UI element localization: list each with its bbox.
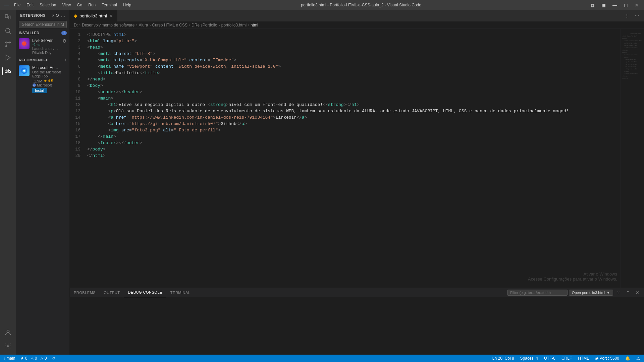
menu-view[interactable]: View xyxy=(59,2,73,8)
activity-run[interactable] xyxy=(2,52,14,64)
line-number: 13 xyxy=(70,108,80,114)
live-server-name: Live Server xyxy=(32,38,60,43)
live-reload-icon[interactable]: ↻ xyxy=(51,356,57,361)
line-number: 20 xyxy=(70,153,80,159)
code-line: <!DOCTYPE html> xyxy=(87,32,616,38)
line-number: 6 xyxy=(70,63,80,70)
panel-tabs: PROBLEMS OUTPUT DEBUG CONSOLE TERMINAL O… xyxy=(70,288,644,297)
activity-settings[interactable] xyxy=(2,340,14,352)
menu-go[interactable]: Go xyxy=(74,2,85,8)
warning-icon[interactable]: ⚠ xyxy=(635,356,641,361)
bc-alura[interactable]: Alura xyxy=(139,23,148,27)
svg-rect-8 xyxy=(5,71,7,73)
code-line: <html lang="pt-br"> xyxy=(87,38,616,44)
installed-label: INSTALLED xyxy=(19,31,39,35)
menu-help[interactable]: Help xyxy=(120,2,134,8)
install-extension-button[interactable]: Install xyxy=(32,88,47,93)
activity-search[interactable] xyxy=(2,25,14,37)
debug-console-tab[interactable]: DEBUG CONSOLE xyxy=(124,288,166,297)
minimap: <!DOCTYPE html> <html lang="pt-br"> <hea… xyxy=(621,29,644,288)
live-server-status[interactable]: ◉ Port : 5500 xyxy=(594,356,621,361)
panel-close-icon[interactable]: ✕ xyxy=(633,289,641,296)
git-branch-item[interactable]: 〈 main xyxy=(3,356,16,361)
live-server-icon: 🔴 xyxy=(19,38,30,49)
activity-source-control[interactable] xyxy=(2,38,14,50)
edge-tools-desc: Use the Microsoft Edge Tool... xyxy=(32,70,67,78)
bc-drive[interactable]: D: xyxy=(74,23,78,27)
panel-expand-icon[interactable]: ⇧ xyxy=(614,289,623,296)
live-server-extension[interactable]: 🔴 Live Server ↑1ms Launch a development … xyxy=(16,36,69,57)
line-ending-item[interactable]: CRLF xyxy=(560,356,573,361)
code-line: <a href="https://www.linkedin.com/in/dan… xyxy=(87,114,616,121)
layout-btn[interactable]: ▦ xyxy=(588,2,597,8)
window-title: portfolio3.html - Portfolio-HTML-e-CSS-a… xyxy=(301,3,421,7)
open-file-label: Open portfolio3.html xyxy=(572,291,605,295)
activity-explorer[interactable] xyxy=(2,11,14,23)
language-item[interactable]: HTML xyxy=(577,356,590,361)
problems-tab[interactable]: PROBLEMS xyxy=(70,288,100,297)
status-bar: 〈 main ✗ 0 △ 0 △ 0 ↻ Ln 20, Col 8 Spaces… xyxy=(0,355,644,362)
line-col-item[interactable]: Ln 20, Col 8 xyxy=(491,356,516,361)
code-line: <header></header> xyxy=(87,89,616,95)
encoding-item[interactable]: UTF-8 xyxy=(543,356,557,361)
edge-tools-name: Microsoft Ed... xyxy=(32,65,67,70)
bc-element[interactable]: html xyxy=(251,23,258,27)
menu-file[interactable]: File xyxy=(11,2,23,8)
code-content[interactable]: <!DOCTYPE html><html lang="pt-br"><head>… xyxy=(83,29,621,288)
bc-curso[interactable]: Curso HTML e CSS xyxy=(152,23,187,27)
errors-item[interactable]: ✗ 0 △ 0 △ 0 xyxy=(19,356,48,361)
bc-file[interactable]: portfolio3.html xyxy=(221,23,247,27)
extension-gear-icon[interactable]: ⚙ xyxy=(62,38,67,44)
code-line: </html> xyxy=(87,153,616,159)
sidebar-header: EXTENSIONS ▿ ↻ … xyxy=(16,10,69,19)
vscode-icon: ⸻ xyxy=(3,2,9,8)
extensions-sidebar: EXTENSIONS ▿ ↻ … INSTALLED 1 🔴 Live Serv… xyxy=(16,10,70,355)
svg-point-2 xyxy=(6,28,10,33)
recommended-label: RECOMMENDED xyxy=(19,58,49,62)
minimize-btn[interactable]: — xyxy=(610,2,619,8)
panel-filter-input[interactable] xyxy=(507,290,568,296)
panel-scroll-top-icon[interactable]: ⌃ xyxy=(624,289,632,296)
restore-btn[interactable]: ◻ xyxy=(622,2,630,8)
close-btn[interactable]: ✕ xyxy=(633,2,641,8)
line-number: 9 xyxy=(70,82,80,89)
edge-tools-size: ↓1.9M xyxy=(32,79,42,83)
live-server-badge: ↑1ms xyxy=(32,43,60,47)
refresh-btn[interactable]: ↻ xyxy=(55,13,59,18)
code-line: <body> xyxy=(87,82,616,89)
split-btn[interactable]: ▣ xyxy=(599,2,608,8)
live-server-info: Live Server ↑1ms Launch a development lo… xyxy=(32,38,60,55)
line-number: 7 xyxy=(70,70,80,76)
notification-bell-icon[interactable]: 🔔 xyxy=(624,356,632,361)
spaces-item[interactable]: Spaces: 4 xyxy=(519,356,539,361)
tab-close-btn[interactable]: ✕ xyxy=(109,13,113,18)
line-number: 2 xyxy=(70,38,80,44)
extensions-search-input[interactable] xyxy=(19,21,67,28)
bc-dev[interactable]: Desenvolvimento de software xyxy=(82,23,135,27)
activity-bar xyxy=(0,10,16,355)
recommended-section[interactable]: RECOMMENDED 1 xyxy=(16,57,69,63)
status-bar-right: Ln 20, Col 8 Spaces: 4 UTF-8 CRLF HTML ◉… xyxy=(491,356,641,361)
split-editor-btn[interactable]: ⋮ xyxy=(623,12,631,19)
portfolio-tab[interactable]: ◆ portfolio3.html ✕ xyxy=(70,10,117,22)
live-server-author: Ritwick Dey xyxy=(32,51,60,55)
activity-accounts[interactable] xyxy=(2,326,14,339)
menu-selection[interactable]: Selection xyxy=(37,2,59,8)
dropdown-chevron-icon: ▼ xyxy=(606,291,610,295)
tab-bar-actions: ⋮ ⋯ xyxy=(623,12,644,19)
edge-tools-extension[interactable]: Microsoft Ed... Use the Microsoft Edge T… xyxy=(16,63,69,95)
bc-portfolio[interactable]: DReisPortfolio xyxy=(192,23,217,27)
code-editor[interactable]: 1234567891011121314151617181920 <!DOCTYP… xyxy=(70,29,644,288)
installed-section[interactable]: INSTALLED 1 xyxy=(16,29,69,36)
terminal-tab[interactable]: TERMINAL xyxy=(166,288,195,297)
filter-extensions-btn[interactable]: ▿ xyxy=(52,13,54,18)
menu-run[interactable]: Run xyxy=(86,2,98,8)
menu-edit[interactable]: Edit xyxy=(24,2,36,8)
menu-terminal[interactable]: Terminal xyxy=(99,2,119,8)
more-tab-btn[interactable]: ⋯ xyxy=(633,12,641,19)
clear-btn[interactable]: … xyxy=(61,13,65,18)
open-file-button[interactable]: Open portfolio3.html ▼ xyxy=(569,290,613,296)
code-line: </body> xyxy=(87,146,616,153)
output-tab[interactable]: OUTPUT xyxy=(100,288,124,297)
activity-extensions[interactable] xyxy=(2,65,14,77)
